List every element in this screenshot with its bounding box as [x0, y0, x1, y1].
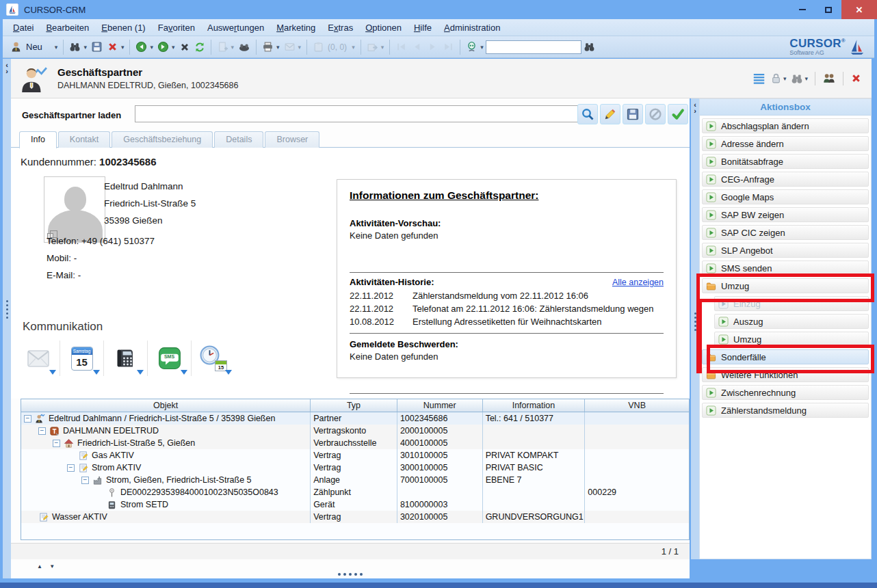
history-row[interactable]: 10.08.2012 Erstellung Adressetiketten fü…: [350, 315, 664, 328]
tree-expander-icon[interactable]: [67, 464, 75, 472]
lookup-button[interactable]: [577, 104, 598, 124]
appointment-button[interactable]: Samstag 15: [60, 340, 104, 376]
aktionsbox-item[interactable]: Google Maps: [702, 189, 869, 204]
contact-persons-button[interactable]: [822, 72, 836, 85]
dropdown-triangle-icon[interactable]: [137, 370, 144, 375]
mail-button[interactable]: [282, 40, 304, 54]
refresh-button[interactable]: [192, 40, 207, 54]
aktionsbox-item[interactable]: Bonitätsabfrage: [702, 154, 869, 169]
table-row[interactable]: DAHLMANN EDELTRUD Vertragskonto 20001000…: [21, 425, 689, 437]
partner-load-input[interactable]: [135, 105, 582, 122]
history-row[interactable]: 22.11.2012 Telefonat am 22.11.2012 16:06…: [350, 302, 664, 315]
save-record-button[interactable]: [623, 104, 643, 124]
clipboard-button[interactable]: (0, 0): [311, 40, 357, 54]
tab[interactable]: Kontakt: [58, 131, 110, 148]
tree-expander-icon[interactable]: [24, 415, 31, 423]
table-row[interactable]: Strom AKTIV Vertrag 3000100005 PRIVAT BA…: [21, 462, 689, 474]
menu-item[interactable]: Marketing: [270, 23, 322, 33]
splitter-grip-icon[interactable]: [11, 566, 690, 578]
menu-item[interactable]: Administration: [438, 23, 506, 33]
column-header-information[interactable]: Information: [483, 399, 586, 412]
column-header-nummer[interactable]: Nummer: [397, 399, 483, 412]
table-row[interactable]: Strom SETD Gerät 8100000003: [21, 498, 689, 511]
table-row[interactable]: Gas AKTIV Vertrag 3010100005 PRIVAT KOMP…: [21, 449, 689, 462]
left-panel-splitter[interactable]: ‹›: [3, 59, 11, 578]
dropdown-triangle-icon[interactable]: [181, 370, 187, 375]
nav-prev-button[interactable]: [409, 40, 425, 54]
dropdown-triangle-icon[interactable]: [49, 370, 56, 375]
history-row[interactable]: 22.11.2012 Zählerstandsmeldung vom 22.11…: [350, 289, 664, 302]
lock-button[interactable]: [770, 72, 787, 84]
bottom-splitter[interactable]: [11, 559, 690, 578]
menu-item[interactable]: Bearbeiten: [40, 23, 95, 33]
show-all-link[interactable]: Alle anzeigen: [612, 278, 664, 287]
aktionsbox-item[interactable]: Zwischenrechnung: [702, 385, 869, 400]
minimize-button[interactable]: [789, 0, 815, 19]
column-header-objekt[interactable]: Objekt: [21, 399, 311, 412]
new-document-button[interactable]: [215, 40, 237, 54]
tab[interactable]: Geschäftsbeziehung: [112, 131, 213, 148]
menu-item[interactable]: Favoriten: [152, 23, 201, 33]
tree-expander-icon[interactable]: [53, 440, 60, 447]
table-row[interactable]: Strom, Gießen, Friedrich-List-Straße 5 A…: [21, 474, 689, 486]
tab[interactable]: Info: [19, 131, 57, 148]
aktionsbox-item[interactable]: Auszug: [714, 314, 869, 329]
close-button[interactable]: [841, 0, 877, 19]
menu-item[interactable]: Extras: [322, 23, 359, 33]
tab[interactable]: Browser: [265, 131, 319, 148]
tree-expander-icon[interactable]: [38, 427, 46, 435]
menu-item[interactable]: Ebenen (1): [95, 23, 151, 33]
collapse-chevrons-icon[interactable]: ‹›: [3, 62, 11, 75]
menu-item[interactable]: Hilfe: [408, 23, 438, 33]
search-button[interactable]: [67, 40, 89, 54]
collapse-chevrons-icon[interactable]: ‹›: [691, 102, 699, 114]
phone-button[interactable]: [104, 340, 148, 376]
aktionsbox-item[interactable]: SAP BW zeigen: [702, 207, 869, 222]
menu-item[interactable]: Optionen: [359, 23, 408, 33]
table-row[interactable]: Wasser AKTIV Vertrag 3020100005 GRUNDVER…: [21, 511, 689, 523]
console-button[interactable]: [236, 40, 252, 55]
aktionsbox-item[interactable]: SLP Angebot: [702, 243, 869, 258]
maximize-button[interactable]: [815, 0, 841, 19]
table-row[interactable]: Friedrich-List-Straße 5, Gießen Verbrauc…: [21, 437, 689, 449]
list-view-button[interactable]: [752, 72, 765, 85]
menu-item[interactable]: Datei: [7, 23, 40, 33]
column-header-vnb[interactable]: VNB: [585, 399, 689, 412]
table-row[interactable]: DE00022935398400010023N5035O0843 Zählpun…: [21, 486, 689, 498]
edit-button[interactable]: [600, 104, 620, 124]
aktionsbox-item[interactable]: Abschlagsplan ändern: [702, 118, 869, 133]
discard-button[interactable]: [645, 104, 666, 124]
dropdown-triangle-icon[interactable]: [93, 370, 100, 375]
close-record-button[interactable]: [850, 72, 862, 84]
quick-search-person-button[interactable]: [464, 40, 486, 54]
delete-button[interactable]: [105, 40, 127, 54]
nav-next-button[interactable]: [425, 40, 441, 54]
menu-item[interactable]: Auswertungen: [201, 23, 270, 33]
aktionsbox-item[interactable]: SAP CIC zeigen: [702, 225, 869, 240]
back-button[interactable]: [133, 40, 155, 54]
table-row[interactable]: Edeltrud Dahlmann / Friedrich-List-Straß…: [21, 412, 689, 425]
nav-last-button[interactable]: [441, 40, 456, 54]
aktionsbox-item[interactable]: CEG-Anfrage: [702, 172, 869, 187]
sms-button[interactable]: SMS: [148, 340, 192, 376]
quick-search-go-button[interactable]: [581, 40, 597, 54]
cancel-button[interactable]: [177, 40, 192, 54]
print-button[interactable]: [260, 40, 282, 54]
quick-search-input[interactable]: [486, 40, 581, 54]
reminder-button[interactable]: 15: [192, 340, 235, 376]
confirm-button[interactable]: [668, 104, 688, 124]
dropdown-triangle-icon[interactable]: [225, 370, 232, 375]
tab[interactable]: Details: [214, 131, 263, 148]
record-search-button[interactable]: [791, 72, 808, 85]
action-item-label: Adresse ändern: [721, 139, 784, 149]
export-button[interactable]: [365, 40, 387, 54]
forward-button[interactable]: [155, 40, 177, 54]
column-header-typ[interactable]: Typ: [311, 399, 397, 412]
aktionsbox-item[interactable]: Adresse ändern: [702, 136, 869, 151]
new-button[interactable]: Neu: [8, 40, 60, 54]
nav-first-button[interactable]: [393, 40, 409, 54]
email-button[interactable]: [16, 340, 60, 376]
aktionsbox-item[interactable]: Zählerstandsmeldung: [702, 403, 869, 418]
save-button[interactable]: [89, 40, 105, 54]
tree-expander-icon[interactable]: [81, 477, 89, 484]
